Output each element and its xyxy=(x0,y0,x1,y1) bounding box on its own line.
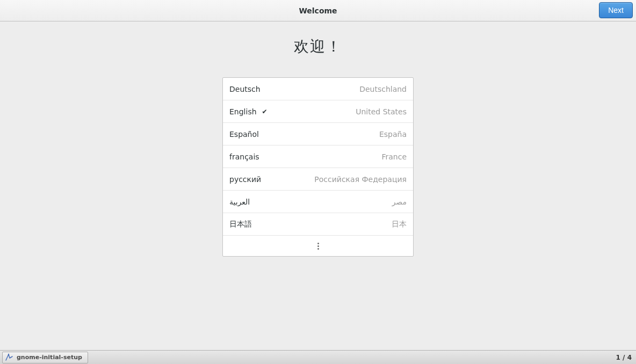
taskbar-app-button[interactable]: gnome-initial-setup xyxy=(2,352,88,363)
check-icon: ✔ xyxy=(262,108,268,115)
language-list: Deutsch Deutschland English ✔ United Sta… xyxy=(222,77,414,257)
language-name: 日本語 xyxy=(229,220,252,229)
svg-point-0 xyxy=(8,353,9,354)
language-row-japanese[interactable]: 日本語 日本 xyxy=(223,213,413,236)
language-country: Deutschland xyxy=(359,85,407,93)
language-name: العربية xyxy=(229,198,250,206)
language-row-arabic[interactable]: العربية مصر xyxy=(223,191,413,213)
language-country: France xyxy=(381,152,407,161)
taskbar: gnome-initial-setup 1 / 4 xyxy=(0,350,636,364)
language-name: русский xyxy=(229,175,261,184)
page-title: Welcome xyxy=(299,6,337,15)
language-country: Российская Федерация xyxy=(314,175,407,184)
language-row-english[interactable]: English ✔ United States xyxy=(223,100,413,123)
taskbar-app-label: gnome-initial-setup xyxy=(17,354,82,361)
language-row-espanol[interactable]: Español España xyxy=(223,123,413,145)
language-row-deutsch[interactable]: Deutsch Deutschland xyxy=(223,78,413,100)
app-icon xyxy=(5,353,13,362)
language-name: français xyxy=(229,152,259,161)
more-languages-button[interactable] xyxy=(223,236,413,256)
language-name: English xyxy=(229,107,257,116)
language-row-francais[interactable]: français France xyxy=(223,145,413,168)
language-country: España xyxy=(379,130,407,139)
language-country: مصر xyxy=(392,198,407,206)
language-name: Deutsch xyxy=(229,85,261,93)
welcome-heading: 欢迎！ xyxy=(294,37,342,57)
next-button[interactable]: Next xyxy=(599,2,633,18)
language-country: United States xyxy=(356,107,407,116)
language-row-russian[interactable]: русский Российская Федерация xyxy=(223,168,413,191)
more-icon xyxy=(317,243,319,250)
workspace-indicator[interactable]: 1 / 4 xyxy=(616,354,634,361)
header-bar: Welcome Next xyxy=(0,0,636,21)
main-content: 欢迎！ Deutsch Deutschland English ✔ United… xyxy=(0,21,636,257)
language-country: 日本 xyxy=(392,220,407,229)
language-name: Español xyxy=(229,130,259,139)
